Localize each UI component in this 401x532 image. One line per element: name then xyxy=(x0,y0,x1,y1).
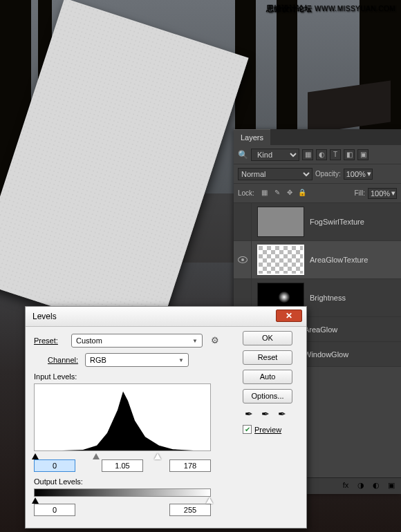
opacity-value[interactable]: 100%▾ xyxy=(344,169,373,180)
fill-value[interactable]: 100%▾ xyxy=(368,188,397,199)
output-shadow-slider[interactable] xyxy=(32,497,39,504)
texture-layer-preview[interactable] xyxy=(0,0,249,341)
layer-name[interactable]: AreaGlowTexture xyxy=(310,256,368,264)
lock-label: Lock: xyxy=(238,189,254,197)
fill-label: Fill: xyxy=(354,189,365,197)
close-button[interactable]: ✕ xyxy=(276,310,302,322)
filter-pixel-icon[interactable]: ▦ xyxy=(302,149,313,160)
layer-row[interactable]: AreaGlowTexture xyxy=(234,241,401,279)
lock-all-icon[interactable]: 🔒 xyxy=(297,189,307,198)
output-highlight-field[interactable] xyxy=(169,504,211,516)
preset-label: Preset: xyxy=(34,336,67,345)
levels-dialog: Levels ✕ OK Reset Auto Options... ✒ ✒ ✒ … xyxy=(25,306,307,529)
input-slider-track xyxy=(34,453,211,459)
auto-button[interactable]: Auto xyxy=(243,370,292,384)
input-highlight-slider[interactable] xyxy=(154,453,161,459)
preview-checkbox[interactable]: ✔ xyxy=(243,425,252,434)
watermark-text: 思缘设计论坛 xyxy=(266,4,312,12)
output-highlight-slider[interactable] xyxy=(206,497,213,504)
filter-smart-icon[interactable]: ▣ xyxy=(357,149,369,160)
layer-name[interactable]: FogSwirlTexture xyxy=(310,218,364,226)
search-icon: 🔍 xyxy=(238,150,248,160)
input-midtone-field[interactable] xyxy=(102,459,143,472)
layer-thumbnail[interactable] xyxy=(257,245,304,275)
filter-kind-select[interactable]: Kind xyxy=(251,149,299,161)
gear-icon[interactable]: ⚙ xyxy=(211,335,222,346)
black-eyedropper-icon[interactable]: ✒ xyxy=(243,408,255,421)
blend-mode-select[interactable]: Normal xyxy=(238,168,313,180)
button-column: OK Reset Auto Options... ✒ ✒ ✒ ✔ Preview xyxy=(243,331,298,434)
eye-icon xyxy=(238,256,248,263)
channel-label: Channel: xyxy=(48,356,81,364)
output-levels-label: Output Levels: xyxy=(34,477,298,486)
options-button[interactable]: Options... xyxy=(243,389,292,403)
watermark-url: WWW.MISSYUAN.COM xyxy=(315,5,395,12)
visibility-toggle[interactable] xyxy=(234,203,252,240)
output-shadow-field[interactable] xyxy=(34,504,75,516)
layer-row[interactable]: FogSwirlTexture xyxy=(234,203,401,241)
input-shadow-field[interactable] xyxy=(34,459,75,472)
dialog-title: Levels xyxy=(32,312,57,321)
output-gradient xyxy=(34,488,211,497)
layer-name[interactable]: AreaGlow xyxy=(304,325,337,334)
channel-select[interactable]: RGB▼ xyxy=(85,353,189,367)
input-highlight-field[interactable] xyxy=(169,459,211,472)
layer-name[interactable]: WindowGlow xyxy=(304,350,348,359)
reset-button[interactable]: Reset xyxy=(243,350,292,365)
mask-icon[interactable]: ◑ xyxy=(355,481,366,492)
white-eyedropper-icon[interactable]: ✒ xyxy=(276,408,288,421)
watermark: 思缘设计论坛 WWW.MISSYUAN.COM xyxy=(266,3,395,14)
filter-adjust-icon[interactable]: ◐ xyxy=(316,149,327,160)
layer-thumbnail[interactable] xyxy=(257,207,304,237)
tab-layers[interactable]: Layers xyxy=(234,129,270,145)
titlebar[interactable]: Levels ✕ xyxy=(26,307,306,327)
gray-eyedropper-icon[interactable]: ✒ xyxy=(259,408,272,421)
input-shadow-slider[interactable] xyxy=(32,453,39,459)
filter-type-icon[interactable]: T xyxy=(330,149,341,160)
preset-select[interactable]: Custom▼ xyxy=(71,334,203,348)
ok-button[interactable]: OK xyxy=(243,331,292,345)
histogram-chart xyxy=(35,388,212,450)
filter-shape-icon[interactable]: ◧ xyxy=(344,149,355,160)
input-midtone-slider[interactable] xyxy=(93,453,100,459)
visibility-toggle[interactable] xyxy=(234,241,252,278)
group-icon[interactable]: ▣ xyxy=(386,481,397,492)
lock-position-icon[interactable]: ✥ xyxy=(285,189,295,198)
adjustment-icon[interactable]: ◐ xyxy=(371,481,382,492)
lock-pixels-icon[interactable]: ✎ xyxy=(272,189,282,198)
output-slider-track xyxy=(34,497,211,504)
preview-label: Preview xyxy=(254,426,288,434)
opacity-label: Opacity: xyxy=(315,170,341,178)
histogram xyxy=(34,383,211,451)
layer-name[interactable]: Brightness xyxy=(310,294,346,302)
tree xyxy=(277,0,297,131)
fx-icon[interactable]: fx xyxy=(340,481,351,492)
panel-tabs: Layers xyxy=(234,129,401,145)
lock-transparent-icon[interactable]: ▦ xyxy=(260,189,270,198)
